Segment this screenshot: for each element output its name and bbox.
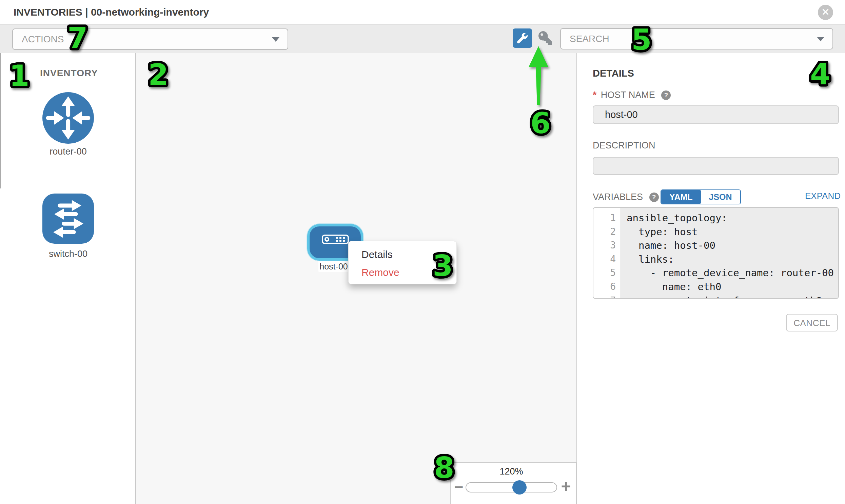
cancel-button[interactable]: CANCEL [786,314,838,331]
host-name-label: HOST NAME [601,90,655,100]
zoom-in-button[interactable]: + [558,476,574,496]
inventory-sidebar: INVENTORY router-00 switch-00 [0,53,136,504]
chevron-down-icon [817,37,824,41]
search-dropdown[interactable]: SEARCH [560,28,833,50]
close-icon: ✕ [821,6,830,18]
line-number: 1 [593,211,620,225]
sidebar-item-label: router-00 [42,146,94,157]
sidebar-item-router[interactable] [42,92,94,144]
sidebar-item-switch[interactable] [42,194,94,244]
zoom-out-button[interactable]: − [451,478,466,496]
variables-format-toggle: YAML JSON [661,190,741,204]
search-dropdown-placeholder: SEARCH [570,34,609,44]
menu-item-remove[interactable]: Remove [362,265,400,280]
tools-button[interactable] [513,29,532,48]
host-icon [322,235,349,244]
line-number: 2 [593,225,620,239]
toolbar: ACTIONS SEARCH [0,25,845,54]
credentials-button[interactable] [538,31,553,46]
line-number: 5 [593,266,620,280]
topology-canvas[interactable]: host-00 Details Remove 120% − + [136,53,577,504]
sidebar-scrollbar[interactable] [0,53,1,188]
variables-label: VARIABLES [593,192,643,202]
variables-row: VARIABLES ? [593,192,659,202]
actions-dropdown-placeholder: ACTIONS [22,34,64,45]
node-context-menu: Details Remove [348,241,457,284]
zoom-slider-thumb[interactable] [512,480,527,494]
key-icon [538,31,553,45]
help-icon[interactable]: ? [661,90,671,100]
description-field[interactable] [593,157,839,175]
code-line: name: eth0 [627,280,838,294]
line-number: 4 [593,252,620,266]
code-line: name: host-00 [627,239,838,252]
zoom-control-panel: 120% − + [450,462,577,504]
menu-item-details[interactable]: Details [362,247,393,262]
details-panel-title: DETAILS [593,68,634,79]
code-line: links: [627,252,838,266]
variables-code-editor[interactable]: 1 2 3 4 5 6 7 ansible_topology: type: ho… [593,207,839,299]
actions-dropdown[interactable]: ACTIONS [12,29,288,50]
zoom-level-value: 120% [465,466,557,477]
router-icon [42,92,94,144]
tab-yaml[interactable]: YAML [661,190,701,204]
details-panel: DETAILS * HOST NAME ? DESCRIPTION VARIAB… [577,53,845,504]
line-number: 3 [593,239,620,252]
line-number: 6 [593,280,620,294]
help-icon[interactable]: ? [649,193,659,202]
sidebar-title: INVENTORY [40,68,98,79]
description-label: DESCRIPTION [593,140,655,151]
expand-link[interactable]: EXPAND [805,191,841,201]
host-name-row: * HOST NAME ? [593,89,671,101]
page-header: INVENTORIES | 00-networking-inventory ✕ [0,0,845,25]
code-line: - remote_device_name: router-00 [627,266,838,280]
editor-line-numbers: 1 2 3 4 5 6 7 [593,208,621,298]
host-name-field[interactable] [593,105,839,124]
tab-json[interactable]: JSON [701,190,740,204]
switch-icon [42,194,93,244]
code-line: type: host [627,225,838,239]
code-line: ansible_topology: [627,211,838,225]
required-asterisk: * [593,89,596,101]
close-button[interactable]: ✕ [818,5,833,20]
zoom-slider-track[interactable] [465,482,557,492]
chevron-down-icon [272,37,279,42]
sidebar-item-label: switch-00 [42,249,94,259]
wrench-icon [517,33,528,43]
host-node-label: host-00 [318,261,349,272]
editor-code[interactable]: ansible_topology: type: host name: host-… [622,208,838,299]
code-line: remote_interface_name: eth0 [627,294,838,299]
line-number: 7 [593,294,620,299]
page-title: INVENTORIES | 00-networking-inventory [14,6,209,18]
